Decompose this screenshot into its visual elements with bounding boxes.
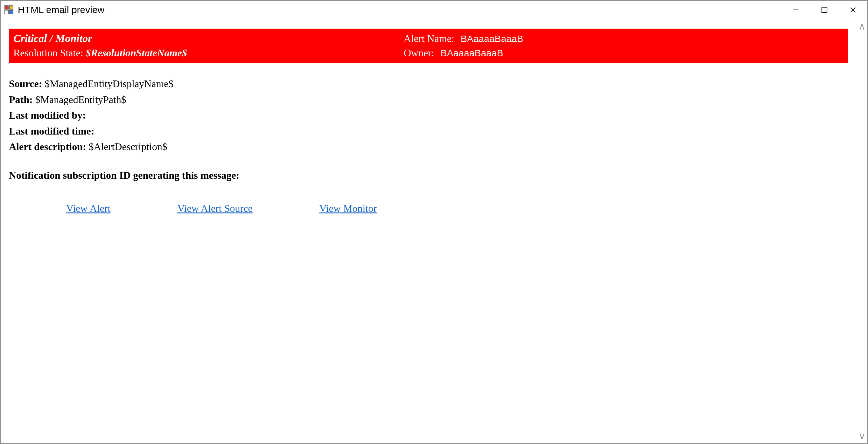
owner-value: BAaaaaBaaaB — [441, 48, 503, 59]
alert-description-value: $AlertDescription$ — [89, 141, 167, 152]
path-label: Path: — [9, 94, 33, 105]
vertical-scrollbar[interactable]: ∧ ∨ — [857, 19, 867, 443]
app-window: HTML email preview Critical / Monitor Al… — [0, 0, 868, 444]
subscription-id-label: Notification subscription ID generating … — [9, 168, 848, 184]
alert-name-value: BAaaaaBaaaB — [461, 33, 523, 44]
owner-label: Owner: — [404, 47, 441, 59]
alert-description-line: Alert description: $AlertDescription$ — [9, 139, 848, 155]
last-modified-by-label: Last modified by: — [9, 109, 86, 121]
last-modified-time-label: Last modified time: — [9, 125, 94, 137]
path-line: Path: $ManagedEntityPath$ — [9, 92, 848, 108]
titlebar-left: HTML email preview — [4, 4, 104, 15]
maximize-button[interactable] — [810, 1, 839, 19]
alert-name-label: Alert Name: — [404, 33, 461, 44]
last-modified-by-line: Last modified by: — [9, 107, 848, 123]
alert-banner: Critical / Monitor Alert Name: BAaaaaBaa… — [9, 29, 848, 63]
scroll-down-icon[interactable]: ∨ — [859, 431, 865, 441]
links-row: View Alert View Alert Source View Monito… — [9, 202, 848, 214]
alert-description-label: Alert description: — [9, 141, 86, 152]
app-icon — [4, 5, 13, 14]
close-button[interactable] — [839, 1, 867, 19]
source-line: Source: $ManagedEntityDisplayName$ — [9, 76, 848, 92]
minimize-button[interactable] — [781, 1, 810, 19]
scroll-up-icon[interactable]: ∧ — [859, 22, 865, 31]
window-title: HTML email preview — [18, 4, 104, 15]
content-wrap: Critical / Monitor Alert Name: BAaaaaBaa… — [1, 19, 867, 443]
view-alert-link[interactable]: View Alert — [66, 202, 111, 214]
titlebar: HTML email preview — [1, 1, 867, 19]
source-label: Source: — [9, 78, 42, 89]
severity-text: Critical / Monitor — [13, 32, 404, 44]
svg-rect-1 — [822, 7, 827, 13]
window-controls — [781, 1, 867, 19]
body-block: Source: $ManagedEntityDisplayName$ Path:… — [9, 76, 848, 184]
path-value: $ManagedEntityPath$ — [35, 94, 126, 105]
email-preview-content: Critical / Monitor Alert Name: BAaaaaBaa… — [1, 19, 857, 443]
view-alert-source-link[interactable]: View Alert Source — [177, 202, 252, 214]
last-modified-time-line: Last modified time: — [9, 123, 848, 139]
source-value: $ManagedEntityDisplayName$ — [44, 78, 174, 89]
resolution-state-value: $ResolutionStateName$ — [86, 47, 187, 59]
view-monitor-link[interactable]: View Monitor — [319, 202, 377, 214]
resolution-state-label: Resolution State: — [13, 47, 83, 59]
